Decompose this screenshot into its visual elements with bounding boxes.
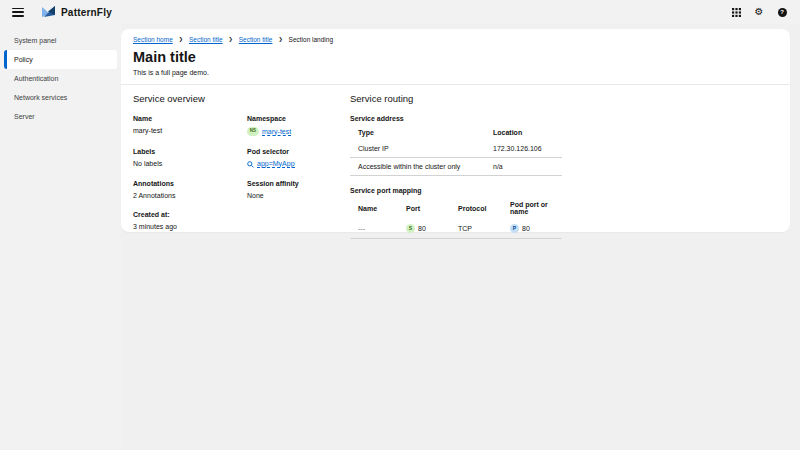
brand[interactable]: PatternFly [42, 5, 112, 19]
breadcrumb-current: Section landing [289, 36, 333, 43]
page-subtitle: This is a full page demo. [133, 69, 778, 76]
sidebar-item-system-panel[interactable]: System panel [0, 31, 121, 50]
column-header-protocol: Protocol [450, 196, 502, 219]
patternfly-logo-icon [42, 5, 56, 19]
breadcrumb: Section home ❯ Section title ❯ Section t… [133, 36, 778, 43]
service-overview-section: Service overview Name mary-test Namespac… [133, 93, 350, 239]
field-created-at: Created at: 3 minutes ago [133, 211, 247, 230]
chevron-right-icon: ❯ [229, 37, 233, 42]
column-header-type: Type [350, 124, 485, 140]
table-row: Cluster IP 172.30.126.106 [350, 140, 562, 158]
chevron-right-icon: ❯ [179, 37, 183, 42]
column-header-port: Port [398, 196, 450, 219]
sidebar-item-policy[interactable]: Policy [4, 50, 117, 69]
sidebar-item-server[interactable]: Server [0, 107, 121, 126]
page-header: Section home ❯ Section title ❯ Section t… [121, 29, 790, 85]
field-annotations: Annotations 2 Annotations [133, 180, 247, 199]
content-card: Section home ❯ Section title ❯ Section t… [121, 29, 790, 232]
protocol-cell: TCP [450, 219, 502, 239]
nav-toggle-menu-icon[interactable] [12, 8, 24, 17]
search-icon [247, 161, 254, 168]
pod-port-cell: P 80 [502, 219, 562, 239]
field-session-affinity: Session affinity None [247, 180, 350, 199]
service-port-badge: S [406, 224, 415, 233]
help-question-icon[interactable]: ? [776, 6, 788, 18]
sidebar-nav: System panel Policy Authentication Netwo… [0, 24, 121, 450]
field-namespace: Namespace NS mary-test [247, 115, 350, 136]
service-port-mapping-table: Name Port Protocol Pod port or name --- … [350, 196, 562, 239]
table-row: --- S 80 TCP P 80 [350, 219, 562, 239]
breadcrumb-link-section-home[interactable]: Section home [133, 36, 173, 43]
sidebar-item-authentication[interactable]: Authentication [0, 69, 121, 88]
field-labels: Labels No labels [133, 148, 247, 168]
breadcrumb-link-section-title-1[interactable]: Section title [189, 36, 223, 43]
breadcrumb-link-section-title-2[interactable]: Section title [239, 36, 273, 43]
pod-port-badge: P [510, 224, 519, 233]
field-pod-selector: Pod selector app=MyApp [247, 148, 350, 168]
sidebar-item-network-services[interactable]: Network services [0, 88, 121, 107]
chevron-right-icon: ❯ [278, 37, 282, 42]
column-header-location: Location [485, 124, 562, 140]
app-launcher-grid-icon[interactable] [730, 6, 742, 18]
column-header-pod-port: Pod port or name [502, 196, 562, 219]
namespace-badge: NS [247, 127, 259, 136]
service-routing-heading: Service routing [350, 93, 778, 104]
port-cell: S 80 [398, 219, 450, 239]
column-header-name: Name [350, 196, 398, 219]
page-title: Main title [133, 49, 778, 65]
namespace-link[interactable]: mary-test [262, 128, 291, 136]
table-row: Accessible within the cluster only n/a [350, 158, 562, 176]
service-routing-section: Service routing Service address Type Loc… [350, 93, 778, 239]
service-port-mapping-heading: Service port mapping [350, 187, 778, 194]
field-name: Name mary-test [133, 115, 247, 136]
settings-gear-icon[interactable]: ⚙ [753, 6, 765, 18]
brand-name: PatternFly [61, 7, 112, 18]
service-address-heading: Service address [350, 115, 778, 122]
pod-selector-link[interactable]: app=MyApp [257, 160, 295, 168]
service-overview-heading: Service overview [133, 93, 350, 104]
port-name-cell: --- [350, 219, 398, 239]
service-address-table: Type Location Cluster IP 172.30.126.106 … [350, 124, 562, 176]
masthead: PatternFly ⚙ ? [0, 0, 800, 24]
